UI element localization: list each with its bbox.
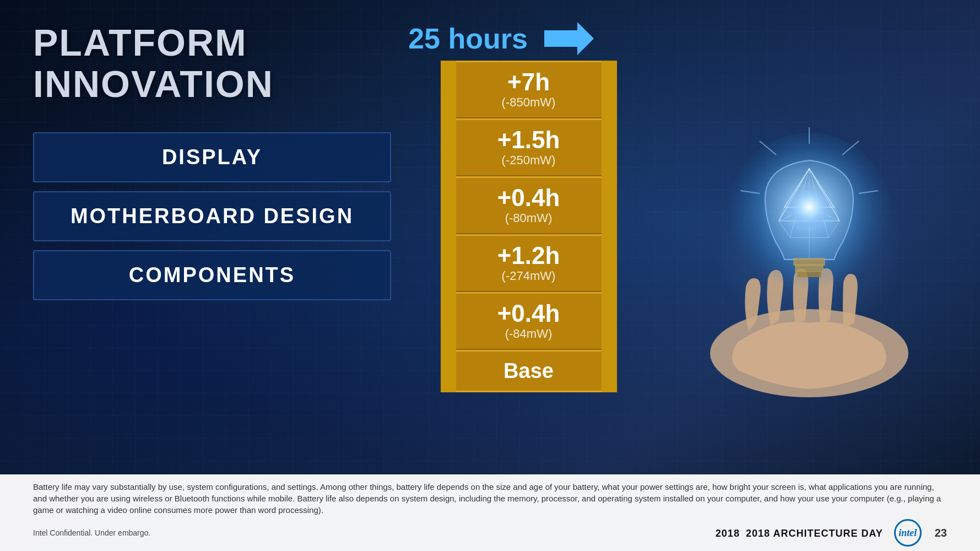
page-title: PLATFORM INNOVATION [33, 22, 391, 105]
left-panel: PLATFORM INNOVATION DISPLAY MOTHERBOARD … [33, 17, 391, 469]
ladder-rung-2: +1.5h (-250mW) [456, 118, 602, 176]
ladder-left-rail [441, 61, 456, 392]
arch-day-year: 2018 [716, 528, 740, 539]
svg-marker-0 [544, 22, 594, 55]
svg-rect-14 [797, 272, 821, 277]
ladder-rung-3: +0.4h (-80mW) [456, 176, 602, 234]
footer-bottom: Intel Confidential. Under embargo. 2018 … [33, 519, 947, 547]
rung-5-sub: (-84mW) [505, 327, 553, 341]
ladder-rung-base: Base [456, 350, 602, 392]
rung-2-value: +1.5h [497, 128, 560, 152]
category-boxes: DISPLAY MOTHERBOARD DESIGN COMPONENTS [33, 132, 391, 300]
rung-4-value: +1.2h [497, 244, 560, 268]
center-panel: 25 hours +7h (-850mW) +1.5h (-250mW) +0.… [391, 17, 666, 469]
main-area: PLATFORM INNOVATION DISPLAY MOTHERBOARD … [0, 0, 980, 474]
svg-rect-12 [794, 258, 825, 265]
intel-oval: intel [894, 519, 922, 547]
category-display: DISPLAY [33, 132, 391, 182]
slide-content: PLATFORM INNOVATION DISPLAY MOTHERBOARD … [0, 0, 980, 551]
arch-day-logo: 2018 2018 ARCHITECTURE DAY [716, 526, 883, 540]
rung-3-value: +0.4h [497, 186, 560, 210]
lightbulb-illustration [694, 89, 925, 397]
hours-arrow-container: 25 hours [408, 22, 594, 55]
intel-text: intel [898, 527, 917, 539]
hours-label: 25 hours [408, 22, 528, 55]
rung-4-sub: (-274mW) [502, 269, 556, 283]
rung-base-value: Base [503, 359, 554, 383]
rung-5-value: +0.4h [497, 301, 560, 326]
footer: Battery life may vary substantially by u… [0, 474, 980, 551]
footer-brand: 2018 2018 ARCHITECTURE DAY intel 23 [716, 519, 947, 547]
ladder-rung-4: +1.2h (-274mW) [456, 234, 602, 292]
rung-2-sub: (-250mW) [502, 153, 556, 168]
svg-point-11 [787, 185, 831, 229]
rung-1-value: +7h [507, 70, 550, 94]
ladder-rung-5: +0.4h (-84mW) [456, 292, 602, 350]
intel-logo: intel 23 [894, 519, 947, 547]
category-motherboard: MOTHERBOARD DESIGN [33, 191, 391, 241]
footer-disclaimer: Battery life may vary substantially by u… [33, 481, 947, 516]
page-number: 23 [935, 527, 947, 539]
category-components-label: COMPONENTS [129, 263, 295, 287]
footer-confidential: Intel Confidential. Under embargo. [33, 528, 150, 537]
ladder-chart: +7h (-850mW) +1.5h (-250mW) +0.4h (-80mW… [441, 61, 617, 392]
category-motherboard-label: MOTHERBOARD DESIGN [71, 204, 354, 228]
rung-3-sub: (-80mW) [505, 211, 553, 225]
arch-day-name: 2018 ARCHITECTURE DAY [746, 528, 883, 539]
ladder-right-rail [602, 61, 617, 392]
category-display-label: DISPLAY [162, 145, 262, 169]
right-panel [666, 17, 952, 469]
svg-rect-13 [795, 265, 823, 272]
arrow-icon [544, 22, 594, 55]
ladder-rung-1: +7h (-850mW) [456, 61, 602, 118]
rung-1-sub: (-850mW) [502, 95, 556, 110]
lightbulb-svg [694, 89, 925, 397]
category-components: COMPONENTS [33, 250, 391, 300]
